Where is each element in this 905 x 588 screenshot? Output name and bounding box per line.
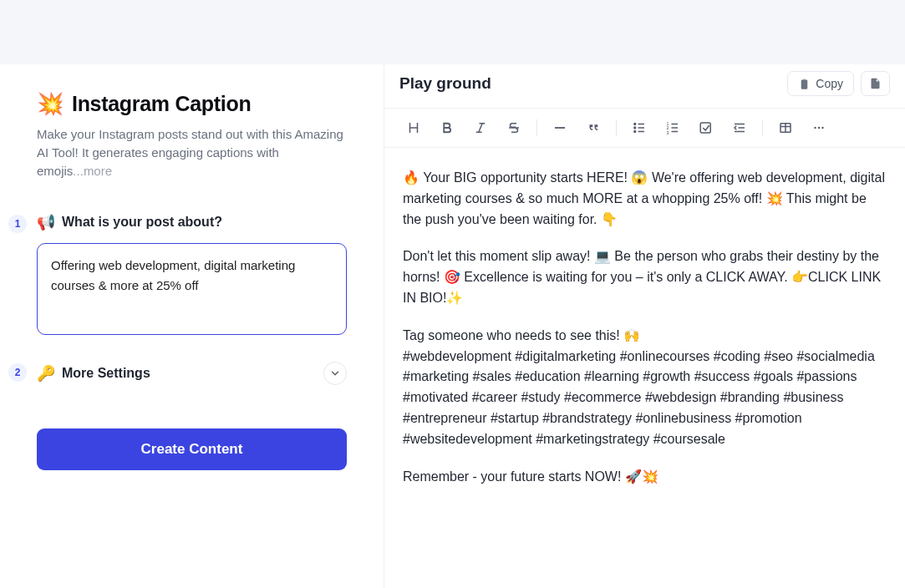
svg-point-6 xyxy=(634,127,636,129)
table-icon xyxy=(778,120,793,135)
quote-button[interactable] xyxy=(579,115,608,140)
bullet-list-button[interactable] xyxy=(625,115,653,140)
svg-rect-17 xyxy=(700,123,710,133)
checklist-button[interactable] xyxy=(692,115,720,140)
clipboard-icon xyxy=(798,78,811,90)
subtitle: Make your Instagram posts stand out with… xyxy=(37,125,347,180)
expand-settings-button[interactable] xyxy=(323,362,347,385)
toolbar-separator xyxy=(616,119,617,136)
ellipsis-icon xyxy=(811,120,826,135)
bold-button[interactable] xyxy=(433,115,461,140)
step-1-text: What is your post about? xyxy=(62,215,222,230)
toolbar-separator xyxy=(536,119,537,136)
heading-button[interactable] xyxy=(399,115,428,140)
paragraph-3: Tag someone who needs to see this! 🙌 #we… xyxy=(403,326,887,450)
document-icon xyxy=(869,77,882,90)
checklist-icon xyxy=(699,120,714,135)
step-badge-1: 1 xyxy=(8,215,27,233)
toolbar-separator xyxy=(762,119,763,136)
create-content-button[interactable]: Create Content xyxy=(37,428,347,470)
svg-line-2 xyxy=(479,124,483,133)
quote-icon xyxy=(586,120,601,135)
playground-panel: Play ground Copy xyxy=(384,64,905,588)
italic-icon xyxy=(473,120,488,135)
svg-text:3: 3 xyxy=(667,130,669,135)
outdent-button[interactable] xyxy=(725,115,754,140)
document-button[interactable] xyxy=(861,71,890,96)
more-link[interactable]: more xyxy=(84,164,112,178)
paragraph-2: Don't let this moment slip away! 💻 Be th… xyxy=(403,246,887,308)
key-icon: 🔑 xyxy=(37,364,55,383)
paragraph-4: Remember - your future starts NOW! 🚀💥 xyxy=(403,467,887,488)
outdent-icon xyxy=(732,120,747,135)
editor-toolbar: 123 xyxy=(384,108,905,148)
ordered-list-icon: 123 xyxy=(665,120,680,135)
bullet-list-icon xyxy=(632,120,647,135)
svg-point-26 xyxy=(821,127,823,129)
page-title-row: 💥 Instagram Caption xyxy=(37,91,347,117)
playground-title: Play ground xyxy=(399,74,491,93)
post-about-input[interactable] xyxy=(37,243,347,335)
svg-point-24 xyxy=(814,127,816,129)
step-badge-2: 2 xyxy=(8,363,27,382)
ellipsis: ... xyxy=(73,164,84,178)
sparkle-icon: 💥 xyxy=(37,91,64,117)
strike-button[interactable] xyxy=(500,115,528,140)
heading-icon xyxy=(406,120,421,135)
step-2-label: 🔑 More Settings xyxy=(37,364,150,383)
step-2-text: More Settings xyxy=(62,366,150,381)
copy-label: Copy xyxy=(816,77,843,90)
svg-point-25 xyxy=(818,127,820,129)
hr-button[interactable] xyxy=(546,115,574,140)
ordered-list-button[interactable]: 123 xyxy=(658,115,687,140)
copy-button[interactable]: Copy xyxy=(787,71,854,96)
step-1-label: 📢 What is your post about? xyxy=(37,213,347,231)
megaphone-icon: 📢 xyxy=(37,213,55,231)
step-1: 1 📢 What is your post about? xyxy=(37,213,347,338)
horizontal-rule-icon xyxy=(552,120,567,135)
svg-point-7 xyxy=(634,131,636,133)
config-panel: 💥 Instagram Caption Make your Instagram … xyxy=(0,64,384,588)
playground-header: Play ground Copy xyxy=(384,64,905,108)
chevron-down-icon xyxy=(329,368,341,379)
editor-content[interactable]: 🔥 Your BIG opportunity starts HERE! 😱 We… xyxy=(384,148,905,524)
italic-button[interactable] xyxy=(466,115,495,140)
more-button[interactable] xyxy=(805,115,833,140)
page-title: Instagram Caption xyxy=(72,92,251,116)
bold-icon xyxy=(440,120,455,135)
table-button[interactable] xyxy=(771,115,800,140)
svg-point-5 xyxy=(634,124,636,125)
strikethrough-icon xyxy=(506,120,521,135)
paragraph-1: 🔥 Your BIG opportunity starts HERE! 😱 We… xyxy=(403,168,887,230)
step-2: 2 🔑 More Settings xyxy=(37,362,347,385)
